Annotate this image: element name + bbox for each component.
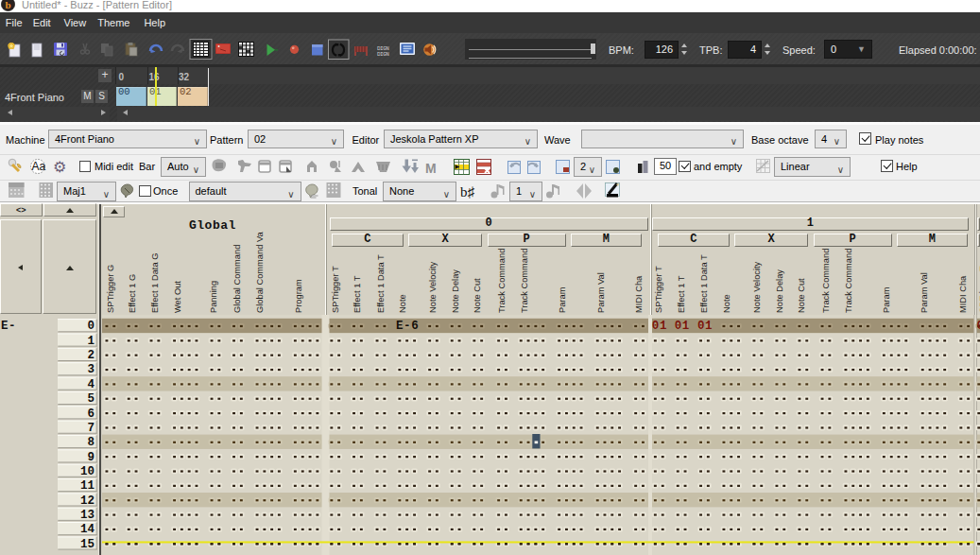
svg-text:6: 6 xyxy=(87,408,95,421)
svg-text:11: 11 xyxy=(80,479,95,493)
svg-text:1: 1 xyxy=(87,335,95,348)
svg-text:0: 0 xyxy=(87,320,95,333)
svg-text:E-6: E-6 xyxy=(396,320,419,333)
svg-text:5: 5 xyxy=(87,392,95,406)
svg-text:13: 13 xyxy=(80,509,95,522)
svg-text:E-: E- xyxy=(1,320,16,333)
svg-text:10: 10 xyxy=(80,465,95,478)
svg-text:3: 3 xyxy=(87,363,95,376)
svg-text:01: 01 xyxy=(977,320,980,333)
svg-text:8: 8 xyxy=(87,436,95,449)
svg-text:b♯: b♯ xyxy=(460,184,475,199)
svg-text:4: 4 xyxy=(87,378,95,391)
svg-text:12: 12 xyxy=(80,494,95,508)
svg-text:15: 15 xyxy=(80,538,95,551)
svg-text:7: 7 xyxy=(87,422,95,435)
svg-text:01: 01 xyxy=(697,320,713,333)
svg-text:2: 2 xyxy=(87,349,95,362)
svg-text:01: 01 xyxy=(675,320,690,333)
svg-text:14: 14 xyxy=(80,523,95,536)
svg-text:01: 01 xyxy=(652,320,667,333)
svg-text:9: 9 xyxy=(87,451,95,464)
